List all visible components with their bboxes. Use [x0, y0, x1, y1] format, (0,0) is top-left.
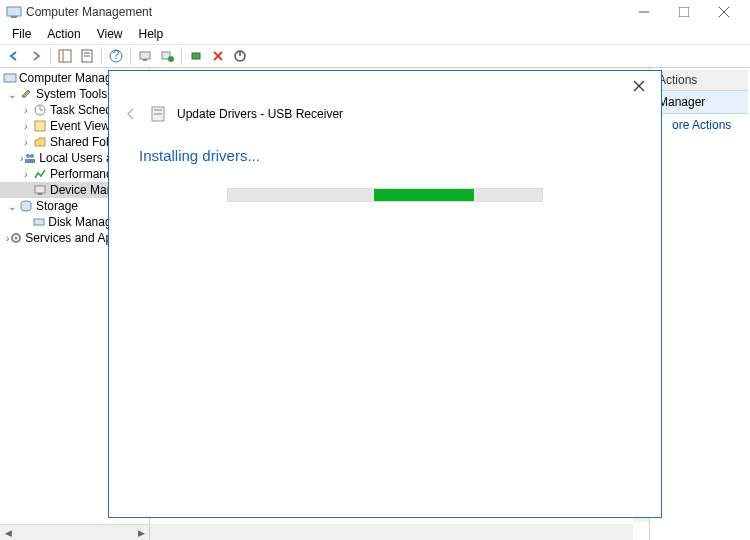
add-hardware-button[interactable]	[157, 46, 177, 66]
shared-folder-icon	[32, 134, 48, 150]
expand-icon[interactable]: ⌄	[6, 201, 18, 212]
close-button[interactable]	[704, 0, 744, 24]
tools-icon	[18, 86, 34, 102]
performance-icon	[32, 166, 48, 182]
scroll-left-icon[interactable]: ◀	[0, 525, 16, 541]
scan-button[interactable]	[135, 46, 155, 66]
toolbar-separator	[101, 47, 102, 65]
event-icon	[32, 118, 48, 134]
svg-text:?: ?	[113, 49, 120, 62]
dialog-back-button	[123, 106, 139, 122]
svg-rect-1	[11, 16, 17, 18]
minimize-button[interactable]	[624, 0, 664, 24]
svg-rect-29	[25, 159, 35, 163]
expand-icon[interactable]: ›	[20, 137, 32, 148]
svg-rect-26	[35, 121, 45, 131]
svg-rect-22	[4, 74, 16, 82]
back-button[interactable]	[4, 46, 24, 66]
dialog-message: Installing drivers...	[139, 147, 631, 164]
driver-icon	[149, 105, 167, 123]
window-titlebar: Computer Management	[0, 0, 750, 24]
svg-rect-14	[143, 59, 147, 61]
help-button[interactable]: ?	[106, 46, 126, 66]
properties-button[interactable]	[77, 46, 97, 66]
update-driver-button[interactable]	[186, 46, 206, 66]
menu-file[interactable]: File	[4, 25, 39, 43]
dialog-title: Update Drivers - USB Receiver	[177, 107, 343, 121]
gear-icon	[9, 230, 23, 246]
svg-rect-0	[7, 7, 21, 16]
svg-point-35	[15, 237, 18, 240]
toolbar-separator	[181, 47, 182, 65]
menu-bar: File Action View Help	[0, 24, 750, 44]
window-title: Computer Management	[26, 5, 624, 19]
toolbar-separator	[50, 47, 51, 65]
svg-rect-33	[34, 219, 44, 225]
tree-label: System Tools	[36, 87, 107, 101]
tree-label: Storage	[36, 199, 78, 213]
computer-management-icon	[3, 70, 17, 86]
forward-button[interactable]	[26, 46, 46, 66]
svg-point-27	[26, 154, 30, 158]
svg-point-16	[168, 56, 174, 62]
device-manager-icon	[32, 182, 48, 198]
actions-context: Manager	[652, 91, 748, 114]
svg-rect-17	[192, 53, 200, 59]
storage-icon	[18, 198, 34, 214]
expand-icon[interactable]: ⌄	[6, 89, 18, 100]
scroll-right-icon[interactable]: ▶	[133, 525, 149, 541]
toolbar-separator	[130, 47, 131, 65]
expand-icon[interactable]: ›	[20, 105, 32, 116]
clock-icon	[32, 102, 48, 118]
svg-rect-31	[38, 193, 42, 195]
show-hide-tree-button[interactable]	[55, 46, 75, 66]
svg-rect-42	[154, 113, 162, 115]
dialog-close-button[interactable]	[625, 76, 653, 96]
uninstall-button[interactable]	[208, 46, 228, 66]
menu-view[interactable]: View	[89, 25, 131, 43]
actions-header: Actions	[652, 70, 748, 91]
svg-rect-13	[140, 52, 150, 59]
dialog-header: Update Drivers - USB Receiver	[109, 101, 661, 137]
expand-icon[interactable]: ›	[20, 121, 32, 132]
expand-icon[interactable]: ›	[20, 169, 32, 180]
svg-rect-3	[679, 7, 689, 17]
progress-bar-fill	[374, 189, 474, 201]
svg-rect-6	[59, 50, 71, 62]
dialog-titlebar	[109, 71, 661, 101]
svg-point-28	[30, 154, 34, 158]
dialog-body: Installing drivers...	[109, 137, 661, 212]
svg-rect-41	[154, 109, 162, 111]
update-drivers-dialog: Update Drivers - USB Receiver Installing…	[108, 70, 662, 518]
menu-help[interactable]: Help	[131, 25, 172, 43]
progress-bar	[227, 188, 543, 202]
toolbar: ?	[0, 44, 750, 68]
more-actions-link[interactable]: ore Actions	[652, 114, 748, 136]
disable-button[interactable]	[230, 46, 250, 66]
actions-pane: Actions Manager ore Actions	[650, 68, 750, 540]
users-icon	[23, 150, 37, 166]
tree-horizontal-scrollbar[interactable]: ◀ ▶	[0, 524, 149, 540]
disk-icon	[32, 214, 46, 230]
maximize-button[interactable]	[664, 0, 704, 24]
menu-action[interactable]: Action	[39, 25, 88, 43]
details-horizontal-scrollbar[interactable]	[150, 524, 633, 540]
svg-rect-30	[35, 186, 45, 193]
app-icon	[6, 4, 22, 20]
